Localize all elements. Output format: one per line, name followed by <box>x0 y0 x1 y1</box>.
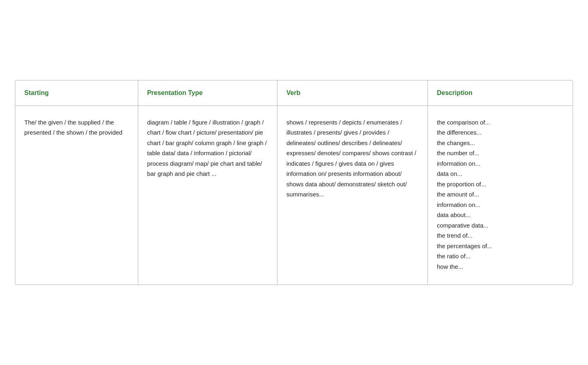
header-starting: Starting <box>15 80 138 106</box>
header-description: Description <box>428 80 573 106</box>
header-presentation-type: Presentation Type <box>138 80 277 106</box>
header-row: Starting Presentation Type Verb Descript… <box>15 80 573 106</box>
cell-verb: shows / represents / depicts / enumerate… <box>277 105 428 285</box>
cell-presentation-type: diagram / table / figure / illustration … <box>138 105 277 285</box>
cell-starting: The/ the given / the supplied / the pres… <box>15 105 138 285</box>
header-verb: Verb <box>277 80 428 106</box>
main-table-wrapper: Starting Presentation Type Verb Descript… <box>15 80 573 285</box>
table-row: The/ the given / the supplied / the pres… <box>15 105 573 285</box>
reference-table: Starting Presentation Type Verb Descript… <box>15 80 573 285</box>
cell-description: the comparison of... the differences... … <box>428 105 573 285</box>
